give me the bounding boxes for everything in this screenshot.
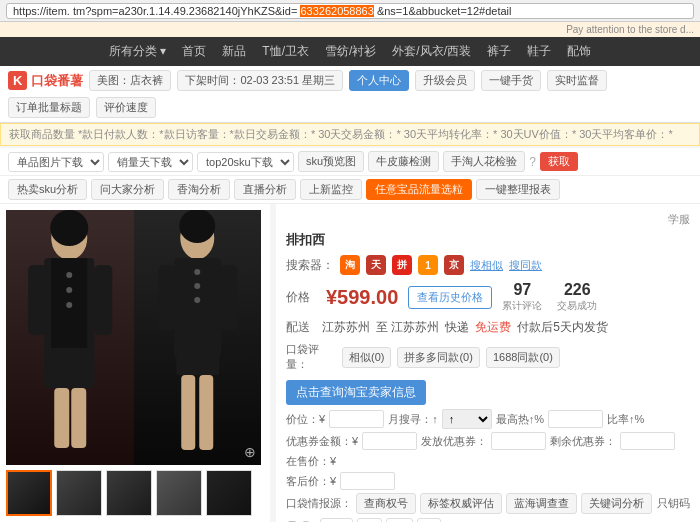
svg-point-1 <box>50 210 88 246</box>
svg-rect-20 <box>158 265 175 330</box>
price-row: 价格 ¥599.00 查看历史价格 97 累计评论 226 交易成功 <box>286 281 690 313</box>
svg-point-4 <box>66 272 72 278</box>
size-btn-m[interactable]: M <box>386 518 413 522</box>
thumb-2[interactable] <box>56 470 102 516</box>
report-btn-tags[interactable]: 标签权威评估 <box>420 493 502 514</box>
detail-label-coupon-amount: 优惠券金额：¥ <box>286 434 358 449</box>
filter-select-image[interactable]: 单品图片下载 <box>8 152 104 172</box>
filter-select-sales[interactable]: 销量天下载 <box>108 152 193 172</box>
price-history-btn[interactable]: 查看历史价格 <box>408 286 492 309</box>
detail-input-coupon-remain[interactable] <box>620 432 675 450</box>
thumb-5[interactable] <box>206 470 252 516</box>
platform-jd[interactable]: 京 <box>444 255 464 275</box>
analysis-btn-flow[interactable]: 任意宝品流量选粒 <box>366 179 472 200</box>
product-detail: 学服 排扣西 搜索器： 淘 天 拼 1 京 搜相似 搜同款 价格 ¥599.00… <box>276 204 700 522</box>
search-similar-link[interactable]: 搜相似 <box>470 258 503 273</box>
nav-item-new[interactable]: 新品 <box>222 43 246 60</box>
seller-query-btn[interactable]: 点击查询淘宝卖家信息 <box>286 380 426 405</box>
stat-sales: 226 交易成功 <box>557 281 597 313</box>
report-btn-rights[interactable]: 查商权号 <box>356 493 416 514</box>
report-right-text: 只钥码 <box>657 496 690 511</box>
platform-tmall[interactable]: 天 <box>366 255 386 275</box>
tool-btn-batch[interactable]: 订单批量标题 <box>8 97 90 118</box>
filter-help-icon[interactable]: ? <box>529 155 536 169</box>
tool-btn-upgrade[interactable]: 升级会员 <box>415 70 475 91</box>
filter-shoutao[interactable]: 手淘人花检验 <box>443 151 525 172</box>
nav-item-pants[interactable]: 裤子 <box>487 43 511 60</box>
svg-rect-9 <box>28 265 46 335</box>
tool-btn-personal[interactable]: 个人中心 <box>349 70 409 91</box>
svg-rect-19 <box>199 375 213 450</box>
nav-item-shoes[interactable]: 鞋子 <box>527 43 551 60</box>
thumb-4[interactable] <box>156 470 202 516</box>
tool-btn-yijian[interactable]: 一键手货 <box>481 70 541 91</box>
nav-item-chiffon[interactable]: 雪纺/衬衫 <box>325 43 376 60</box>
kd-tag-similar[interactable]: 相似(0) <box>342 347 391 368</box>
svg-point-5 <box>66 287 72 293</box>
product-name: 排扣西 <box>286 231 690 249</box>
analysis-btn-question[interactable]: 问大家分析 <box>91 179 164 200</box>
nav-item-accessories[interactable]: 配饰 <box>567 43 591 60</box>
detail-label-after-price: 客后价：¥ <box>286 474 336 489</box>
svg-rect-7 <box>54 388 69 448</box>
detail-input-hotrate[interactable] <box>548 410 603 428</box>
detail-label-price: 价位：¥ <box>286 412 325 427</box>
tool-btn-monitor[interactable]: 实时监督 <box>547 70 607 91</box>
size-btn-xs[interactable]: XS <box>320 518 353 522</box>
platform-pinduoduo[interactable]: 拼 <box>392 255 412 275</box>
model-left-svg <box>6 210 134 465</box>
nav-item-categories[interactable]: 所有分类 ▾ <box>109 43 166 60</box>
report-btn-keyword[interactable]: 关键词分析 <box>581 493 652 514</box>
filter-fetch-btn[interactable]: 获取 <box>540 152 578 171</box>
tool-btn-review[interactable]: 评价速度 <box>96 97 156 118</box>
nav-item-coat[interactable]: 外套/风衣/西装 <box>392 43 471 60</box>
platform-1688[interactable]: 1 <box>418 255 438 275</box>
size-btn-l[interactable]: L <box>417 518 441 522</box>
thumb-3[interactable] <box>106 470 152 516</box>
detail-input-after-price[interactable] <box>340 472 395 490</box>
nav-item-home[interactable]: 首页 <box>182 43 206 60</box>
detail-label-coupon-remain: 剩余优惠券： <box>550 434 616 449</box>
detail-select-monthly[interactable]: ↑ <box>442 409 492 429</box>
detail-input-price[interactable] <box>329 410 384 428</box>
detail-input-row-1: 价位：¥ 月搜寻：↑ ↑ 最高热↑% 比率↑% <box>286 409 690 429</box>
kd-row-label: 口袋评量： <box>286 342 336 372</box>
size-label: 尺码 <box>286 519 316 523</box>
analysis-btn-live[interactable]: 直播分析 <box>234 179 296 200</box>
search-same-link[interactable]: 搜同款 <box>509 258 542 273</box>
thumb-1[interactable] <box>6 470 52 516</box>
product-images: ⊕ ★ 收藏宝贝 (1128人气) <box>0 204 270 522</box>
analysis-btn-hotsku[interactable]: 热卖sku分析 <box>8 179 87 200</box>
filter-select-top20[interactable]: top20sku下载 <box>197 152 294 172</box>
filter-sku-preview[interactable]: sku预览图 <box>298 151 364 172</box>
svg-rect-10 <box>94 265 112 335</box>
filter-niupi[interactable]: 牛皮藤检测 <box>368 151 439 172</box>
delivery-free: 免运费 <box>475 319 511 336</box>
stat-reviews-num: 97 <box>502 281 542 299</box>
analysis-btn-report[interactable]: 一键整理报表 <box>476 179 560 200</box>
url-highlight: 633262058863 <box>300 5 373 17</box>
notice-bar: Pay attention to the store d... <box>0 22 700 37</box>
main-product-image[interactable]: ⊕ <box>6 210 261 465</box>
kd-tag-1688[interactable]: 1688同款(0) <box>486 347 560 368</box>
tool-btn-meitu[interactable]: 美图：店衣裤 <box>89 70 171 91</box>
detail-input-coupon-amount[interactable] <box>362 432 417 450</box>
analysis-row: 热卖sku分析 问大家分析 香淘分析 直播分析 上新监控 任意宝品流量选粒 一键… <box>0 176 700 204</box>
analysis-btn-xiangtao[interactable]: 香淘分析 <box>168 179 230 200</box>
zoom-icon[interactable]: ⊕ <box>244 444 256 460</box>
browser-url[interactable]: https://item. tm?spm=a230r.1.14.49.23682… <box>6 3 694 19</box>
delivery-label: 配送 <box>286 319 316 336</box>
svg-point-14 <box>194 269 200 275</box>
analysis-btn-newmonitor[interactable]: 上新监控 <box>300 179 362 200</box>
platform-taobao[interactable]: 淘 <box>340 255 360 275</box>
size-btn-s[interactable]: S <box>357 518 382 522</box>
nav-item-tshirt[interactable]: T恤/卫衣 <box>262 43 309 60</box>
kd-logo: K 口袋番薯 <box>8 71 83 90</box>
kd-tag-pdd[interactable]: 拼多多同款(0) <box>397 347 479 368</box>
report-btn-blue-ocean[interactable]: 蓝海调查查 <box>506 493 577 514</box>
detail-input-coupon-issue[interactable] <box>491 432 546 450</box>
thumb-row <box>6 470 264 516</box>
stat-sales-num: 226 <box>557 281 597 299</box>
report-label: 口袋情报源： <box>286 496 352 511</box>
svg-point-15 <box>194 283 200 289</box>
